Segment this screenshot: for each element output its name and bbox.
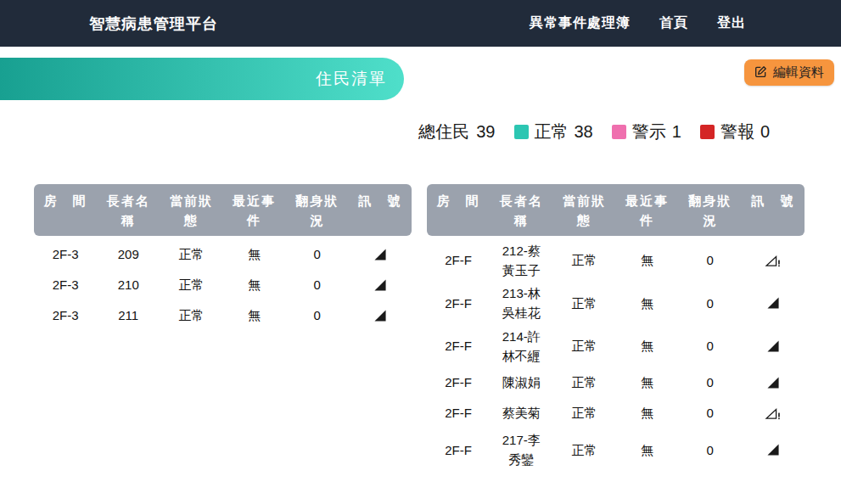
app-title: 智慧病患管理平台 <box>89 14 218 34</box>
alarm-swatch <box>700 125 715 139</box>
table-body: 2F-F 212-蔡黃玉子 正常 無 0 2F-F 213-林吳桂花 正常 無 … <box>427 236 805 472</box>
table-row: 2F-F 212-蔡黃玉子 正常 無 0 <box>427 239 805 283</box>
column-header: 房 間 <box>427 191 490 210</box>
cell-room: 2F-F <box>427 292 490 315</box>
column-header: 最近事件 <box>615 191 678 231</box>
legend-item-alarm: 警報 0 <box>700 120 770 143</box>
cell-turn: 0 <box>286 304 349 327</box>
cell-event: 無 <box>222 273 285 296</box>
cell-status: 正常 <box>552 249 615 272</box>
resident-list-banner: 住民清單 <box>0 58 404 100</box>
warning-swatch <box>612 125 626 139</box>
cell-turn: 0 <box>679 249 742 272</box>
legend-warning-label: 警示 <box>632 120 666 143</box>
legend-warning-value: 1 <box>672 122 681 142</box>
nav-link-home[interactable]: 首頁 <box>659 14 688 32</box>
cell-event: 無 <box>615 249 678 272</box>
cell-signal <box>742 373 805 392</box>
nav-link-abnormal-events[interactable]: 異常事件處理簿 <box>530 14 631 32</box>
table-row: 2F-F 蔡美菊 正常 無 0 <box>427 398 805 428</box>
total-residents-value: 39 <box>476 122 495 142</box>
column-header: 當前狀態 <box>160 191 222 231</box>
cell-status: 正常 <box>160 304 222 327</box>
cell-event: 無 <box>615 334 678 357</box>
edit-data-button[interactable]: 編輯資料 <box>744 59 834 86</box>
cell-signal <box>742 337 805 356</box>
edit-data-button-label: 編輯資料 <box>773 64 824 81</box>
table-header-row: 房 間 長者名稱 當前狀態 最近事件 翻身狀況 訊 號 <box>34 184 412 236</box>
table-row: 2F-F 陳淑娟 正常 無 0 <box>427 367 805 398</box>
resident-tables: 房 間 長者名稱 當前狀態 最近事件 翻身狀況 訊 號 2F-3 209 正常 … <box>0 184 841 472</box>
signal-full-triangle-icon <box>373 247 388 262</box>
banner-row: 住民清單 編輯資料 <box>0 58 841 100</box>
cell-room: 2F-3 <box>34 304 97 327</box>
cell-name: 蔡美菊 <box>490 401 552 424</box>
nav-link-logout[interactable]: 登出 <box>717 14 746 32</box>
cell-signal <box>349 306 412 325</box>
column-header: 翻身狀況 <box>286 191 349 231</box>
resident-table-left: 房 間 長者名稱 當前狀態 最近事件 翻身狀況 訊 號 2F-3 209 正常 … <box>34 184 412 472</box>
legend-alarm-value: 0 <box>760 122 770 142</box>
cell-room: 2F-3 <box>34 273 97 296</box>
cell-status: 正常 <box>160 243 222 266</box>
legend-normal-value: 38 <box>575 122 593 142</box>
cell-name: 陳淑娟 <box>490 371 552 394</box>
table-row: 2F-3 211 正常 無 0 <box>34 300 412 331</box>
legend-normal-label: 正常 <box>535 120 569 143</box>
signal-full-triangle-icon <box>765 375 781 390</box>
cell-name: 217-李秀鑾 <box>490 428 552 472</box>
column-header: 訊 號 <box>742 191 805 210</box>
cell-name: 209 <box>97 243 160 266</box>
top-nav: 智慧病患管理平台 異常事件處理簿 首頁 登出 <box>0 0 841 47</box>
banner-title: 住民清單 <box>316 68 387 90</box>
normal-swatch <box>514 125 529 139</box>
cell-event: 無 <box>615 439 678 462</box>
cell-room: 2F-F <box>427 334 490 357</box>
column-header: 長者名稱 <box>490 191 552 231</box>
cell-status: 正常 <box>552 292 615 315</box>
cell-turn: 0 <box>286 243 349 266</box>
cell-signal <box>742 251 805 270</box>
table-header-row: 房 間 長者名稱 當前狀態 最近事件 翻身狀況 訊 號 <box>427 184 805 236</box>
cell-event: 無 <box>222 304 285 327</box>
pencil-square-icon <box>754 65 767 81</box>
cell-signal <box>742 404 805 423</box>
cell-status: 正常 <box>160 273 222 296</box>
cell-name: 214-許林不緾 <box>490 325 552 368</box>
cell-room: 2F-F <box>427 401 490 424</box>
cell-signal <box>742 294 805 312</box>
cell-signal <box>742 440 805 459</box>
nav-links: 異常事件處理簿 首頁 登出 <box>530 14 746 32</box>
legend-alarm-label: 警報 <box>720 120 754 143</box>
signal-alert-triangle-icon <box>764 406 782 421</box>
cell-status: 正常 <box>552 334 615 357</box>
signal-alert-triangle-icon <box>764 253 782 268</box>
cell-name: 210 <box>97 273 160 296</box>
table-row: 2F-F 213-林吳桂花 正常 無 0 <box>427 282 805 325</box>
signal-full-triangle-icon <box>765 442 781 457</box>
cell-signal <box>349 245 412 264</box>
table-row: 2F-F 217-李秀鑾 正常 無 0 <box>427 428 805 472</box>
table-row: 2F-3 209 正常 無 0 <box>34 239 412 270</box>
total-residents: 總住民 39 <box>418 120 495 143</box>
signal-full-triangle-icon <box>765 295 781 311</box>
cell-turn: 0 <box>679 439 742 462</box>
cell-turn: 0 <box>679 401 742 424</box>
cell-name: 213-林吳桂花 <box>490 282 552 325</box>
cell-name: 212-蔡黃玉子 <box>490 239 552 283</box>
cell-status: 正常 <box>552 371 615 394</box>
cell-turn: 0 <box>679 292 742 315</box>
signal-full-triangle-icon <box>765 339 781 354</box>
cell-status: 正常 <box>552 439 615 462</box>
signal-full-triangle-icon <box>373 308 388 323</box>
cell-room: 2F-F <box>427 439 490 462</box>
cell-event: 無 <box>615 371 678 394</box>
cell-room: 2F-F <box>427 249 490 272</box>
signal-full-triangle-icon <box>373 277 388 293</box>
total-residents-label: 總住民 <box>418 120 469 143</box>
cell-event: 無 <box>222 243 285 266</box>
cell-event: 無 <box>615 401 678 424</box>
cell-status: 正常 <box>552 401 615 424</box>
resident-table-right: 房 間 長者名稱 當前狀態 最近事件 翻身狀況 訊 號 2F-F 212-蔡黃玉… <box>427 184 805 472</box>
table-row: 2F-F 214-許林不緾 正常 無 0 <box>427 325 805 368</box>
